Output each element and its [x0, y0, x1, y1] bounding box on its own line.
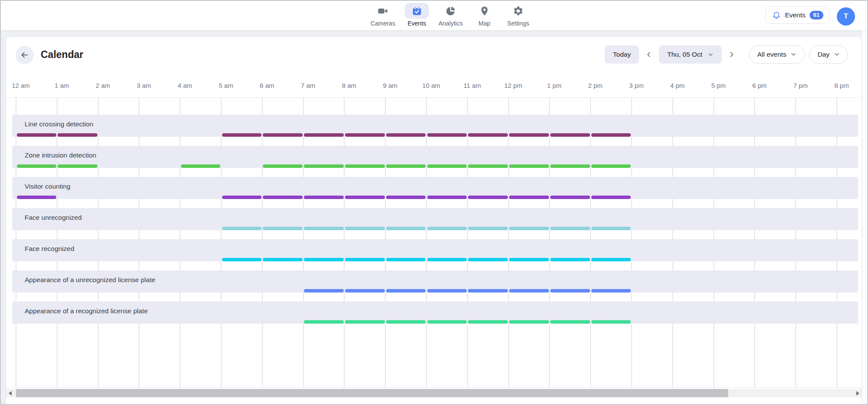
event-bar-segment[interactable]	[17, 133, 57, 137]
event-bar-segment[interactable]	[304, 164, 344, 168]
event-bar-segment[interactable]	[304, 227, 344, 230]
event-bar-segment[interactable]	[468, 227, 508, 230]
event-bar-segment[interactable]	[509, 227, 549, 230]
event-bar-segment[interactable]	[427, 258, 467, 261]
event-bar-segment[interactable]	[304, 133, 344, 137]
event-bar-segment[interactable]	[427, 227, 467, 230]
event-bar-segment[interactable]	[345, 196, 385, 199]
event-bar-segment[interactable]	[427, 320, 467, 324]
event-bar-segment[interactable]	[509, 258, 549, 261]
events-notifications-button[interactable]: Events 61	[765, 6, 829, 24]
event-bar-segment[interactable]	[386, 164, 426, 168]
event-bar-segment[interactable]	[509, 133, 549, 137]
event-bar-segment[interactable]	[263, 133, 303, 137]
scroll-left-button[interactable]	[6, 389, 14, 397]
event-bar-segment[interactable]	[386, 320, 426, 324]
event-bar-segment[interactable]	[550, 289, 590, 292]
event-bar-segment[interactable]	[550, 164, 590, 168]
event-bar-segment[interactable]	[509, 164, 549, 168]
event-bar-segment[interactable]	[222, 227, 262, 230]
event-bar-segment[interactable]	[468, 164, 508, 168]
event-bar-segment[interactable]	[550, 196, 590, 199]
hour-gridline	[508, 324, 509, 387]
event-bar-segment[interactable]	[263, 164, 303, 168]
event-bar-segment[interactable]	[345, 133, 385, 137]
event-bar-segment[interactable]	[509, 289, 549, 292]
event-bar-segment[interactable]	[17, 196, 57, 199]
scrollbar-thumb[interactable]	[16, 389, 728, 397]
event-bar-segment[interactable]	[591, 320, 631, 324]
event-bar-segment[interactable]	[345, 320, 385, 324]
event-bar-segment[interactable]	[550, 320, 590, 324]
event-bar-segment[interactable]	[222, 258, 262, 261]
event-bar-segment[interactable]	[591, 289, 631, 292]
horizontal-scrollbar[interactable]	[6, 389, 862, 397]
hour-gridline	[467, 324, 468, 387]
event-bar-segment[interactable]	[427, 164, 467, 168]
event-bar-segment[interactable]	[345, 289, 385, 292]
event-bar-segment[interactable]	[591, 258, 631, 261]
event-bar-segment[interactable]	[58, 133, 97, 137]
user-avatar[interactable]: T	[837, 7, 855, 26]
hour-gridline	[98, 199, 99, 208]
event-bar-segment[interactable]	[263, 258, 303, 261]
event-bar-segment[interactable]	[509, 196, 549, 199]
event-bar-segment[interactable]	[386, 289, 426, 292]
hour-gridline	[467, 199, 468, 208]
event-bar-segment[interactable]	[222, 196, 262, 199]
hour-label: 4 am	[178, 82, 192, 89]
vertical-scrollbar-area[interactable]	[862, 30, 867, 404]
event-bar-segment[interactable]	[550, 227, 590, 230]
event-bar-segment[interactable]	[468, 196, 508, 199]
nav-item-analytics[interactable]: Analytics	[439, 3, 463, 27]
hour-label: 7 pm	[794, 82, 808, 89]
event-bar-segment[interactable]	[550, 133, 590, 137]
event-bar-segment[interactable]	[427, 289, 467, 292]
event-bar-segment[interactable]	[304, 258, 344, 261]
nav-item-label: Events	[407, 20, 426, 27]
event-bar-segment[interactable]	[591, 164, 631, 168]
event-bar-segment[interactable]	[17, 164, 57, 168]
nav-item-cameras[interactable]: Cameras	[371, 3, 395, 27]
hour-gridline	[508, 261, 509, 270]
hour-gridline	[98, 98, 99, 115]
event-bar-segment[interactable]	[386, 227, 426, 230]
hour-gridline	[98, 292, 99, 302]
hour-gridline	[303, 199, 304, 208]
event-bar-segment[interactable]	[263, 227, 303, 230]
event-bar-segment[interactable]	[591, 196, 631, 199]
event-bar-segment[interactable]	[386, 133, 426, 137]
event-row-appearance-of-a-unrecognized-license-plate: Appearance of a unrecognized license pla…	[12, 270, 858, 292]
event-bar-segment[interactable]	[386, 258, 426, 261]
event-bar-segment[interactable]	[550, 258, 590, 261]
event-bar-segment[interactable]	[181, 164, 221, 168]
event-row-appearance-of-a-recognized-license-plate: Appearance of a recognized license plate	[12, 302, 858, 324]
event-bar-segment[interactable]	[345, 227, 385, 230]
event-bar-segment[interactable]	[304, 320, 344, 324]
hour-gridline	[139, 137, 139, 146]
hour-gridline	[16, 230, 16, 239]
scroll-right-button[interactable]	[854, 389, 862, 397]
nav-item-map[interactable]: Map	[472, 3, 497, 27]
event-bar-segment[interactable]	[304, 289, 344, 292]
event-bar-segment[interactable]	[386, 196, 426, 199]
event-bar-segment[interactable]	[591, 227, 631, 230]
event-bar-segment[interactable]	[591, 133, 631, 137]
nav-item-settings[interactable]: Settings	[506, 3, 530, 27]
top-navbar: CamerasEventsAnalyticsMapSettings Events…	[1, 1, 867, 30]
event-bar-segment[interactable]	[345, 258, 385, 261]
event-bar-segment[interactable]	[427, 196, 467, 199]
event-bar-segment[interactable]	[468, 320, 508, 324]
event-bar-segment[interactable]	[509, 320, 549, 324]
event-bar-segment[interactable]	[58, 164, 97, 168]
event-bar-segment[interactable]	[345, 164, 385, 168]
event-bar-segment[interactable]	[304, 196, 344, 199]
nav-item-events[interactable]: Events	[405, 3, 429, 27]
event-bar-segment[interactable]	[263, 196, 303, 199]
hour-gridline	[16, 98, 16, 115]
event-bar-segment[interactable]	[468, 133, 508, 137]
event-bar-segment[interactable]	[222, 133, 262, 137]
event-bar-segment[interactable]	[468, 258, 508, 261]
event-bar-segment[interactable]	[427, 133, 467, 137]
event-bar-segment[interactable]	[468, 289, 508, 292]
